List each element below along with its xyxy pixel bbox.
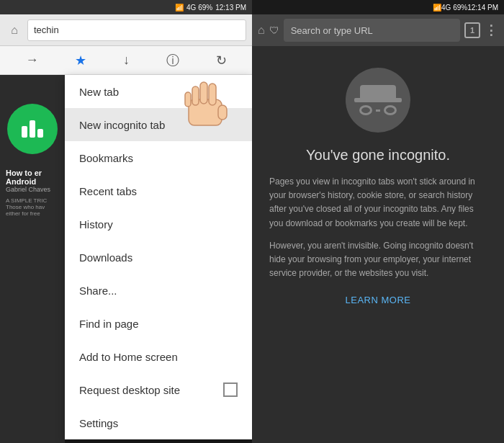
tab-counter[interactable]: 1 bbox=[464, 22, 480, 38]
time-right: 12:14 PM bbox=[467, 4, 498, 12]
download-icon[interactable]: ↓ bbox=[123, 53, 130, 68]
home-icon-right[interactable]: ⌂ bbox=[258, 24, 265, 37]
menu-item-request-desktop[interactable]: Request desktop site bbox=[65, 373, 252, 406]
menu-item-find-in-page[interactable]: Find in page bbox=[65, 307, 252, 340]
menu-item-bookmarks[interactable]: Bookmarks bbox=[65, 141, 252, 174]
incognito-content: You've gone incognito. Pages you view in… bbox=[252, 46, 504, 443]
left-panel: How to er Android Gabriel Chaves A SIMPL… bbox=[0, 0, 252, 443]
spotify-logo bbox=[7, 104, 58, 154]
learn-more-link[interactable]: LEARN MORE bbox=[346, 295, 411, 305]
battery-left: 4G 69% bbox=[186, 4, 212, 12]
spotify-bars bbox=[22, 120, 43, 138]
incognito-glasses bbox=[359, 105, 397, 115]
time-left: 12:13 PM bbox=[215, 4, 246, 12]
bookmark-icon[interactable]: ★ bbox=[75, 53, 86, 68]
lens-left bbox=[359, 105, 372, 115]
search-field-right[interactable]: Search or type URL bbox=[284, 19, 460, 42]
right-panel: 📶 4G 69% 12:14 PM ⌂ 🛡 Search or type URL… bbox=[252, 0, 504, 443]
incognito-avatar bbox=[346, 68, 410, 133]
desktop-site-checkbox[interactable] bbox=[223, 382, 238, 397]
home-button-left[interactable]: ⌂ bbox=[6, 22, 23, 39]
bg-heading: How to er Android Gabriel Chaves A SIMPL… bbox=[0, 161, 65, 224]
menu-item-settings[interactable]: Settings bbox=[65, 406, 252, 439]
toolbar-left: → ★ ↓ ⓘ ↻ bbox=[0, 46, 252, 75]
shield-icon-right: 🛡 bbox=[269, 24, 279, 36]
status-icons-left: 📶 bbox=[175, 4, 184, 12]
address-bar-left[interactable]: ⌂ techin bbox=[0, 14, 252, 46]
refresh-icon[interactable]: ↻ bbox=[216, 53, 227, 68]
bar3 bbox=[37, 129, 43, 138]
menu-item-add-home-screen[interactable]: Add to Home screen bbox=[65, 340, 252, 373]
menu-item-incognito[interactable]: New incognito tab bbox=[65, 108, 252, 141]
address-bar-right[interactable]: ⌂ 🛡 Search or type URL 1 ⋮ bbox=[252, 14, 504, 46]
bar1 bbox=[22, 126, 27, 138]
background-content: How to er Android Gabriel Chaves A SIMPL… bbox=[0, 75, 65, 443]
battery-right: 4G 69% bbox=[441, 4, 467, 12]
status-icons-right: 📶 bbox=[433, 4, 441, 12]
forward-icon[interactable]: → bbox=[25, 53, 38, 68]
bar2 bbox=[30, 120, 35, 138]
menu-item-downloads[interactable]: Downloads bbox=[65, 241, 252, 274]
incognito-hat bbox=[360, 85, 396, 99]
menu-item-new-tab[interactable]: New tab bbox=[65, 75, 252, 108]
glasses-bridge bbox=[376, 109, 380, 112]
menu-item-recent-tabs[interactable]: Recent tabs bbox=[65, 174, 252, 207]
status-bar-right: 📶 4G 69% 12:14 PM bbox=[252, 0, 504, 14]
browser-chrome-left: 📶 4G 69% 12:13 PM ⌂ techin → ★ ↓ ⓘ ↻ bbox=[0, 0, 252, 75]
lens-right bbox=[384, 105, 397, 115]
incognito-paragraph-2: However, you aren't invisible. Going inc… bbox=[269, 239, 487, 281]
incognito-paragraph-1: Pages you view in incognito tabs won't s… bbox=[269, 175, 487, 231]
incognito-title: You've gone incognito. bbox=[306, 147, 450, 164]
more-menu-button[interactable]: ⋮ bbox=[485, 22, 498, 38]
status-bar-left: 📶 4G 69% 12:13 PM bbox=[0, 0, 252, 14]
info-icon[interactable]: ⓘ bbox=[166, 52, 179, 69]
menu-item-history[interactable]: History bbox=[65, 207, 252, 241]
menu-item-share[interactable]: Share... bbox=[65, 274, 252, 307]
dropdown-menu: New tab New incognito tab Bookmarks Rece… bbox=[65, 75, 252, 439]
url-field-left[interactable]: techin bbox=[27, 19, 246, 41]
